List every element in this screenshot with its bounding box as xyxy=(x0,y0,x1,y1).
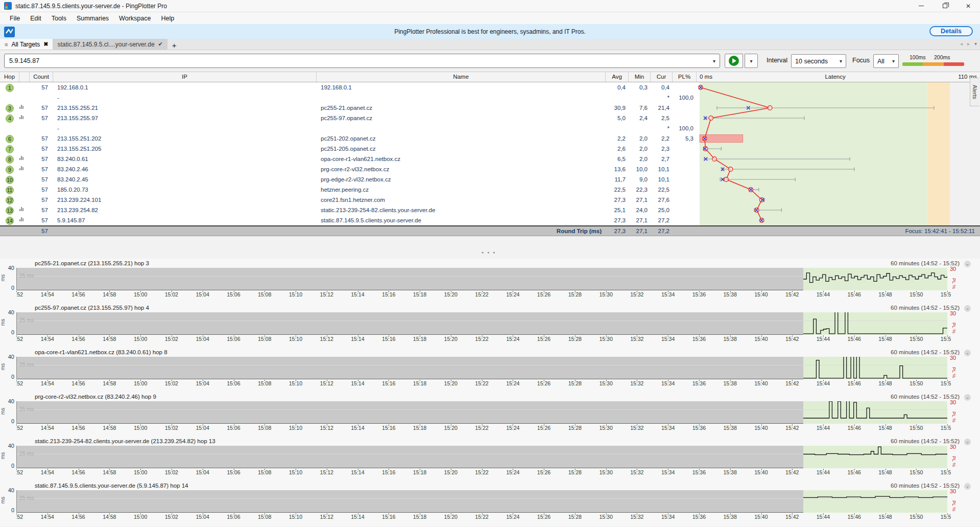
time-tick-label: 15:30 xyxy=(599,380,612,386)
time-tick-label: 15:18 xyxy=(413,336,426,342)
tab-close-icon[interactable]: ✖ xyxy=(43,41,48,48)
time-tick-label: 15:02 xyxy=(165,291,178,297)
timeline-period-label[interactable]: 60 minutes (14:52 - 15:52) xyxy=(891,305,960,311)
timeline-period-label[interactable]: 60 minutes (14:52 - 15:52) xyxy=(891,438,960,444)
hop-chart-icon[interactable] xyxy=(19,105,30,111)
col-header-count[interactable]: Count xyxy=(30,72,53,82)
col-header-name[interactable]: Name xyxy=(317,72,606,82)
time-tick-label: 15:32 xyxy=(630,380,643,386)
time-tick-label: 15:38 xyxy=(723,291,736,297)
timeline-period-label[interactable]: 60 minutes (14:52 - 15:52) xyxy=(891,349,960,355)
menu-item-tools[interactable]: Tools xyxy=(47,14,71,23)
time-tick-label: 15:36 xyxy=(692,425,706,431)
target-input[interactable]: 5.9.145.87 ▾ xyxy=(4,54,720,68)
minimize-button[interactable] xyxy=(910,0,933,12)
tab-grip-icon: ≡ xyxy=(5,41,8,48)
col-header-hop[interactable]: Hop xyxy=(0,72,19,82)
col-header-ip[interactable]: IP xyxy=(53,72,317,82)
hop-chart-icon[interactable] xyxy=(19,217,30,224)
time-tick-label: 15:06 xyxy=(227,336,240,342)
restore-button[interactable] xyxy=(933,0,957,12)
col-header-pl[interactable]: PL% xyxy=(673,72,697,82)
start-trace-button[interactable] xyxy=(725,54,743,68)
app-icon xyxy=(4,2,12,10)
interval-select[interactable]: 10 seconds▾ xyxy=(791,54,846,68)
details-button[interactable]: Details xyxy=(929,26,973,36)
timeline-period-dropdown-icon[interactable]: ⌄ xyxy=(964,483,971,490)
timeline-graph-title: pc255-97.opanet.cz (213.155.255.97) hop … xyxy=(35,305,149,311)
y-axis-min-label: 0 xyxy=(3,329,14,335)
time-tick-label: 14:56 xyxy=(71,514,85,520)
pingplotter-logo-icon xyxy=(4,27,15,37)
ip-cell: 213.155.251.205 xyxy=(53,144,317,154)
play-icon xyxy=(729,56,739,66)
time-tick-label: 15:26 xyxy=(537,380,551,386)
minimize-icon xyxy=(919,6,924,6)
chart-toggle-cell xyxy=(19,127,30,130)
splitter-handle[interactable]: ●●● xyxy=(482,250,499,254)
trace-options-dropdown[interactable]: ▾ xyxy=(745,54,758,68)
scale-200ms-label: 200ms xyxy=(934,54,950,60)
close-button[interactable]: ✕ xyxy=(957,0,980,12)
timeline-time-axis: 14:5214:5414:5614:5815:0015:0215:0415:06… xyxy=(16,469,951,476)
tab-all-targets[interactable]: ≡ All Targets ✖ xyxy=(0,39,53,50)
menu-item-help[interactable]: Help xyxy=(156,14,179,23)
tab-scroll-left-icon[interactable]: ◂ xyxy=(960,41,963,47)
y-axis-min-label: 0 xyxy=(3,374,14,380)
pl-cell: 100,0 xyxy=(673,123,697,133)
col-header-avg[interactable]: Avg xyxy=(606,72,629,82)
interval-label: Interval xyxy=(767,57,787,64)
timeline-period-dropdown-icon[interactable]: ⌄ xyxy=(964,261,971,267)
col-header-min[interactable]: Min xyxy=(629,72,651,82)
time-tick-label: 14:52 xyxy=(16,291,23,297)
target-dropdown-icon[interactable]: ▾ xyxy=(713,58,715,64)
time-tick-label: 15:04 xyxy=(196,336,209,342)
time-tick-label: 15:18 xyxy=(413,514,426,520)
time-tick-label: 14:58 xyxy=(103,514,116,520)
timeline-period-dropdown-icon[interactable]: ⌄ xyxy=(964,305,971,312)
timeline-period-label[interactable]: 60 minutes (14:52 - 15:52) xyxy=(891,394,960,400)
time-tick-label: 15:40 xyxy=(754,514,768,520)
time-tick-label: 15:26 xyxy=(537,291,551,297)
timeline-period-label[interactable]: 60 minutes (14:52 - 15:52) xyxy=(891,483,960,489)
tab-list-dropdown-icon[interactable]: ▾ xyxy=(974,41,977,47)
min-cell: 2,0 xyxy=(629,154,651,164)
name-cell: static.213-239-254-82.clients.your-serve… xyxy=(317,205,606,215)
y-axis-min-label: 0 xyxy=(3,285,14,291)
time-tick-label: 14:52 xyxy=(16,514,23,520)
hop-chart-icon[interactable] xyxy=(19,115,30,122)
tab-scroll-right-icon[interactable]: ▸ xyxy=(967,41,970,47)
menu-item-workspace[interactable]: Workspace xyxy=(114,14,155,23)
hop-chart-icon[interactable] xyxy=(19,207,30,214)
cur-cell: 10,1 xyxy=(651,164,673,174)
tab-target[interactable]: static.87.145.9.5.cl....your-server.de ✔ xyxy=(53,39,167,50)
menu-item-summaries[interactable]: Summaries xyxy=(72,14,113,23)
time-tick-label: 15:22 xyxy=(475,514,488,520)
alerts-panel-tab[interactable]: Alerts xyxy=(970,78,979,106)
timeline-period-label[interactable]: 60 minutes (14:52 - 15:52) xyxy=(891,260,960,266)
col-header-cur[interactable]: Cur xyxy=(651,72,673,82)
hop-number-badge: 3 xyxy=(6,104,14,112)
timeline-period-dropdown-icon[interactable]: ⌄ xyxy=(964,439,971,445)
hop-chart-icon[interactable] xyxy=(19,156,30,163)
menu-item-file[interactable]: File xyxy=(5,14,25,23)
time-tick-label: 15:30 xyxy=(599,291,612,297)
timeline-period-dropdown-icon[interactable]: ⌄ xyxy=(964,394,971,401)
avg-cell: 30,9 xyxy=(606,103,629,113)
new-tab-button[interactable]: + xyxy=(168,41,181,50)
pl-axis-label: PL % xyxy=(951,500,957,511)
name-cell: pc251-205.opanet.cz xyxy=(317,144,606,154)
focus-select[interactable]: All▾ xyxy=(873,54,899,68)
time-tick-label: 15:46 xyxy=(848,514,861,520)
hop-cell: 7 xyxy=(0,144,19,153)
hop-number-badge: 7 xyxy=(6,145,14,153)
menu-item-edit[interactable]: Edit xyxy=(26,14,46,23)
timeline-plot-area: 25 ms xyxy=(16,312,947,335)
chart-toggle-cell xyxy=(19,138,30,140)
ip-cell: 83.240.2.45 xyxy=(53,174,317,185)
time-tick-label: 15:18 xyxy=(413,425,426,431)
hop-chart-icon[interactable] xyxy=(19,166,30,173)
time-tick-label: 15:08 xyxy=(258,380,271,386)
timeline-period-dropdown-icon[interactable]: ⌄ xyxy=(964,350,971,356)
time-tick-label: 15:38 xyxy=(723,425,736,431)
